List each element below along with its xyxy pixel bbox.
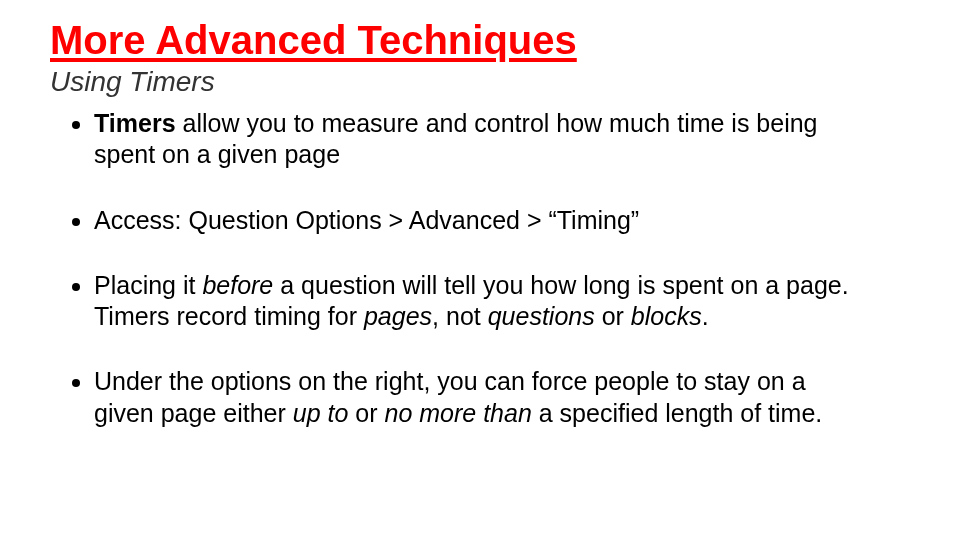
bullet-text: or xyxy=(348,399,384,427)
bullet-italic: pages xyxy=(364,302,432,330)
bullet-item: Placing it before a question will tell y… xyxy=(94,270,910,333)
bullet-text: or xyxy=(595,302,631,330)
bullet-text: , not xyxy=(432,302,488,330)
bullet-italic: questions xyxy=(488,302,595,330)
slide-subtitle: Using Timers xyxy=(50,66,910,98)
bullet-italic: up to xyxy=(293,399,349,427)
bullet-text: . xyxy=(702,302,709,330)
bullet-text: allow you to measure and control how muc… xyxy=(94,109,818,168)
bullet-item: Timers allow you to measure and control … xyxy=(94,108,910,171)
bullet-item: Under the options on the right, you can … xyxy=(94,366,910,429)
bullet-italic: no more than xyxy=(385,399,532,427)
bullet-italic: before xyxy=(202,271,273,299)
slide: More Advanced Techniques Using Timers Ti… xyxy=(0,0,960,429)
bullet-italic: blocks xyxy=(631,302,702,330)
bullet-item: Access: Question Options > Advanced > “T… xyxy=(94,205,910,236)
bullet-text: a specified length of time. xyxy=(532,399,822,427)
bullet-text: Access: Question Options > Advanced > “T… xyxy=(94,206,639,234)
bullet-lead-bold: Timers xyxy=(94,109,176,137)
bullet-text: Placing it xyxy=(94,271,202,299)
slide-title: More Advanced Techniques xyxy=(50,18,910,62)
bullet-list: Timers allow you to measure and control … xyxy=(50,108,910,429)
